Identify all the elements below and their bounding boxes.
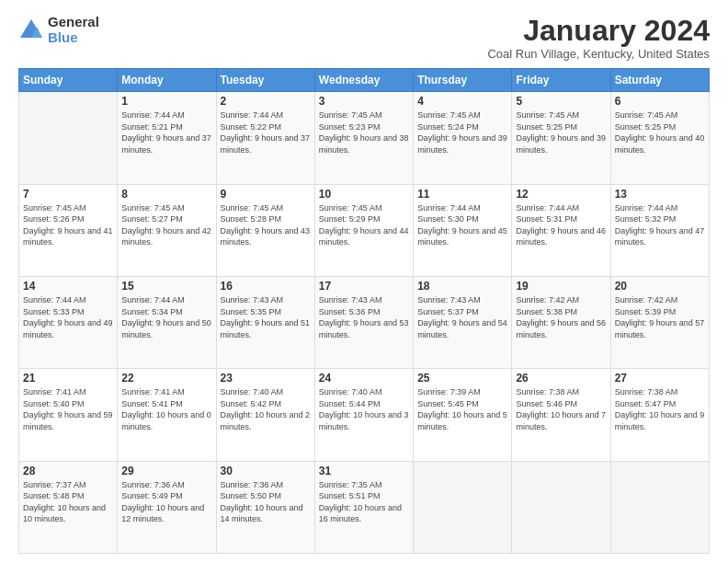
header: General Blue January 2024 Coal Run Villa… — [18, 15, 710, 61]
day-info: Sunrise: 7:45 AMSunset: 5:23 PMDaylight:… — [319, 109, 409, 155]
calendar-cell: 26Sunrise: 7:38 AMSunset: 5:46 PMDayligh… — [512, 369, 610, 461]
calendar-cell: 10Sunrise: 7:45 AMSunset: 5:29 PMDayligh… — [314, 184, 413, 276]
calendar-week-row: 1Sunrise: 7:44 AMSunset: 5:21 PMDaylight… — [19, 92, 710, 184]
calendar-cell — [610, 461, 709, 553]
calendar-week-row: 21Sunrise: 7:41 AMSunset: 5:40 PMDayligh… — [19, 369, 710, 461]
calendar-cell: 31Sunrise: 7:35 AMSunset: 5:51 PMDayligh… — [314, 461, 413, 553]
day-info: Sunrise: 7:42 AMSunset: 5:39 PMDaylight:… — [615, 294, 705, 340]
logo-blue-text: Blue — [48, 30, 99, 46]
day-number: 23 — [221, 372, 311, 385]
day-number: 21 — [23, 372, 113, 385]
calendar-cell: 19Sunrise: 7:42 AMSunset: 5:38 PMDayligh… — [512, 276, 610, 368]
calendar-cell — [512, 461, 610, 553]
calendar-cell: 8Sunrise: 7:45 AMSunset: 5:27 PMDaylight… — [118, 184, 216, 276]
title-block: January 2024 Coal Run Village, Kentucky,… — [487, 15, 710, 61]
day-number: 5 — [516, 95, 606, 108]
calendar-cell: 5Sunrise: 7:45 AMSunset: 5:25 PMDaylight… — [512, 92, 610, 184]
calendar-week-row: 7Sunrise: 7:45 AMSunset: 5:26 PMDaylight… — [19, 184, 710, 276]
day-number: 31 — [319, 465, 409, 477]
calendar-cell — [414, 461, 512, 553]
calendar-cell: 24Sunrise: 7:40 AMSunset: 5:44 PMDayligh… — [314, 369, 413, 461]
calendar-cell: 12Sunrise: 7:44 AMSunset: 5:31 PMDayligh… — [512, 184, 610, 276]
calendar-table: SundayMondayTuesdayWednesdayThursdayFrid… — [18, 68, 710, 554]
logo: General Blue — [18, 15, 99, 45]
weekday-header-tuesday: Tuesday — [216, 69, 314, 92]
day-number: 29 — [121, 465, 211, 477]
calendar-cell: 4Sunrise: 7:45 AMSunset: 5:24 PMDaylight… — [414, 92, 512, 184]
weekday-header-wednesday: Wednesday — [314, 69, 413, 92]
day-info: Sunrise: 7:44 AMSunset: 5:34 PMDaylight:… — [121, 294, 211, 340]
day-number: 25 — [417, 372, 507, 385]
day-number: 20 — [615, 280, 705, 293]
calendar-cell: 18Sunrise: 7:43 AMSunset: 5:37 PMDayligh… — [414, 276, 512, 368]
calendar-cell: 30Sunrise: 7:36 AMSunset: 5:50 PMDayligh… — [216, 461, 314, 553]
calendar-cell: 29Sunrise: 7:36 AMSunset: 5:49 PMDayligh… — [118, 461, 216, 553]
day-number: 12 — [516, 188, 606, 201]
day-info: Sunrise: 7:43 AMSunset: 5:35 PMDaylight:… — [221, 294, 311, 340]
calendar-cell: 2Sunrise: 7:44 AMSunset: 5:22 PMDaylight… — [216, 92, 314, 184]
day-info: Sunrise: 7:42 AMSunset: 5:38 PMDaylight:… — [516, 294, 606, 340]
calendar-cell: 13Sunrise: 7:44 AMSunset: 5:32 PMDayligh… — [610, 184, 709, 276]
day-number: 3 — [319, 95, 409, 108]
day-info: Sunrise: 7:44 AMSunset: 5:21 PMDaylight:… — [121, 109, 211, 155]
weekday-header-sunday: Sunday — [19, 69, 118, 92]
calendar-cell: 3Sunrise: 7:45 AMSunset: 5:23 PMDaylight… — [314, 92, 413, 184]
calendar-cell: 9Sunrise: 7:45 AMSunset: 5:28 PMDaylight… — [216, 184, 314, 276]
calendar-cell — [19, 92, 118, 184]
calendar-cell: 15Sunrise: 7:44 AMSunset: 5:34 PMDayligh… — [118, 276, 216, 368]
day-info: Sunrise: 7:43 AMSunset: 5:36 PMDaylight:… — [319, 294, 409, 340]
day-info: Sunrise: 7:44 AMSunset: 5:32 PMDaylight:… — [615, 202, 705, 248]
day-number: 2 — [221, 95, 311, 108]
day-info: Sunrise: 7:45 AMSunset: 5:24 PMDaylight:… — [417, 109, 507, 155]
calendar-cell: 16Sunrise: 7:43 AMSunset: 5:35 PMDayligh… — [216, 276, 314, 368]
day-info: Sunrise: 7:45 AMSunset: 5:26 PMDaylight:… — [23, 202, 113, 248]
day-info: Sunrise: 7:44 AMSunset: 5:33 PMDaylight:… — [23, 294, 113, 340]
calendar-cell: 7Sunrise: 7:45 AMSunset: 5:26 PMDaylight… — [19, 184, 118, 276]
weekday-header-friday: Friday — [512, 69, 610, 92]
day-number: 17 — [319, 280, 409, 293]
page: General Blue January 2024 Coal Run Villa… — [0, 0, 728, 563]
day-info: Sunrise: 7:43 AMSunset: 5:37 PMDaylight:… — [417, 294, 507, 340]
day-number: 24 — [319, 372, 409, 385]
weekday-header-monday: Monday — [118, 69, 216, 92]
day-number: 14 — [23, 280, 113, 293]
calendar-cell: 27Sunrise: 7:38 AMSunset: 5:47 PMDayligh… — [610, 369, 709, 461]
day-info: Sunrise: 7:39 AMSunset: 5:45 PMDaylight:… — [417, 386, 507, 432]
day-number: 30 — [221, 465, 311, 477]
day-number: 15 — [121, 280, 211, 293]
day-info: Sunrise: 7:44 AMSunset: 5:30 PMDaylight:… — [417, 202, 507, 248]
calendar-cell: 22Sunrise: 7:41 AMSunset: 5:41 PMDayligh… — [118, 369, 216, 461]
day-info: Sunrise: 7:38 AMSunset: 5:46 PMDaylight:… — [516, 386, 606, 432]
day-number: 28 — [23, 465, 113, 477]
day-number: 16 — [221, 280, 311, 293]
day-info: Sunrise: 7:45 AMSunset: 5:25 PMDaylight:… — [516, 109, 606, 155]
calendar-cell: 21Sunrise: 7:41 AMSunset: 5:40 PMDayligh… — [19, 369, 118, 461]
logo-text: General Blue — [48, 15, 99, 45]
day-info: Sunrise: 7:41 AMSunset: 5:40 PMDaylight:… — [23, 386, 113, 432]
calendar-week-row: 14Sunrise: 7:44 AMSunset: 5:33 PMDayligh… — [19, 276, 710, 368]
day-info: Sunrise: 7:44 AMSunset: 5:31 PMDaylight:… — [516, 202, 606, 248]
location: Coal Run Village, Kentucky, United State… — [487, 47, 710, 61]
logo-icon — [18, 17, 44, 43]
day-info: Sunrise: 7:40 AMSunset: 5:42 PMDaylight:… — [221, 386, 311, 432]
month-title: January 2024 — [487, 15, 710, 47]
calendar-cell: 6Sunrise: 7:45 AMSunset: 5:25 PMDaylight… — [610, 92, 709, 184]
day-info: Sunrise: 7:45 AMSunset: 5:25 PMDaylight:… — [615, 109, 705, 155]
calendar-cell: 1Sunrise: 7:44 AMSunset: 5:21 PMDaylight… — [118, 92, 216, 184]
day-number: 4 — [417, 95, 507, 108]
day-number: 9 — [221, 188, 311, 201]
day-number: 10 — [319, 188, 409, 201]
day-number: 13 — [615, 188, 705, 201]
day-info: Sunrise: 7:41 AMSunset: 5:41 PMDaylight:… — [121, 386, 211, 432]
day-number: 8 — [121, 188, 211, 201]
day-number: 1 — [121, 95, 211, 108]
logo-general-text: General — [48, 15, 99, 30]
day-info: Sunrise: 7:35 AMSunset: 5:51 PMDaylight:… — [319, 479, 409, 525]
day-info: Sunrise: 7:36 AMSunset: 5:50 PMDaylight:… — [221, 479, 311, 525]
day-info: Sunrise: 7:45 AMSunset: 5:29 PMDaylight:… — [319, 202, 409, 248]
day-number: 6 — [615, 95, 705, 108]
weekday-header-thursday: Thursday — [414, 69, 512, 92]
calendar-cell: 11Sunrise: 7:44 AMSunset: 5:30 PMDayligh… — [414, 184, 512, 276]
day-number: 19 — [516, 280, 606, 293]
calendar-cell: 14Sunrise: 7:44 AMSunset: 5:33 PMDayligh… — [19, 276, 118, 368]
